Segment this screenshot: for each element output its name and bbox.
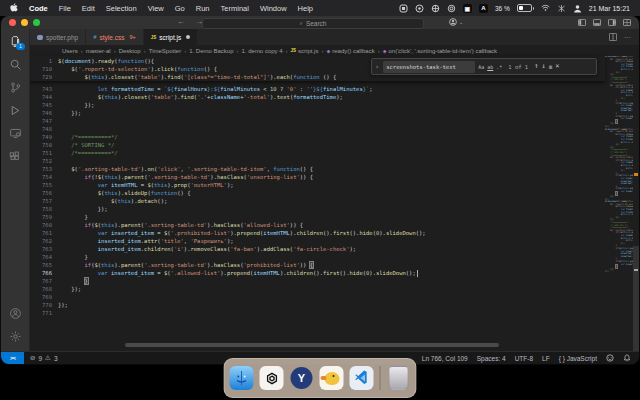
apple-menu-icon[interactable]	[10, 3, 19, 13]
feedback-icon[interactable]	[606, 354, 614, 362]
code-line-770[interactable]: 770});	[30, 301, 599, 309]
toggle-replace-icon[interactable]: ›	[375, 63, 379, 71]
tab-script-js[interactable]: JSscript.js	[144, 29, 199, 45]
extensions-icon[interactable]	[8, 149, 22, 163]
code-line-765[interactable]: 765 if($(this).parent('.sorting-table-td…	[30, 261, 599, 269]
close-window-button[interactable]	[9, 19, 16, 26]
code-line-748[interactable]: 748	[30, 125, 599, 133]
menu-edit[interactable]: Edit	[82, 4, 95, 13]
horizontal-scrollbar[interactable]	[125, 343, 499, 347]
code-line-753[interactable]: 753 $('.sorting-table-td').on('click', '…	[30, 165, 599, 173]
customize-layout-icon[interactable]	[623, 19, 631, 26]
menubar-app-icon-1[interactable]	[399, 4, 408, 13]
match-case-icon[interactable]: Aa	[478, 64, 484, 70]
whole-word-icon[interactable]: ab	[487, 64, 493, 70]
menu-window[interactable]: Window	[260, 4, 287, 13]
code-line-771[interactable]: 771	[30, 309, 599, 317]
code-line-751[interactable]: 751 /*==========*/	[30, 149, 599, 157]
toggle-secondary-sidebar-icon[interactable]	[608, 19, 616, 26]
menubar-app-icon-3[interactable]	[431, 4, 440, 13]
find-in-selection-icon[interactable]: ≡	[549, 63, 553, 70]
trash-dock-icon[interactable]	[389, 366, 409, 390]
code-line-762[interactable]: 762 inserted_item.attr('title', 'Разреши…	[30, 237, 599, 245]
chatgpt-dock-icon[interactable]	[260, 366, 284, 390]
minimap[interactable]: $(document).ready(function(){ $('.report…	[605, 56, 633, 352]
code-line-764[interactable]: 764 }	[30, 253, 599, 261]
encoding-setting[interactable]: UTF-8	[515, 355, 533, 362]
vscode-dock-icon[interactable]	[350, 366, 374, 390]
code-line-759[interactable]: 759 }	[30, 213, 599, 221]
source-control-icon[interactable]	[8, 80, 22, 94]
breadcrumb-item[interactable]: ◈ready() callback	[326, 48, 374, 54]
duck-app-dock-icon[interactable]	[320, 366, 344, 390]
find-next-icon[interactable]: ↓	[541, 63, 545, 70]
code-line-755[interactable]: 755 var itemHTML = $(this).prop('outerHT…	[30, 181, 599, 189]
more-actions-icon[interactable]: ···	[624, 34, 631, 41]
cursor-position[interactable]: Ln 766, Col 109	[422, 355, 468, 362]
remote-indicator[interactable]: ><	[1, 352, 24, 364]
minimize-window-button[interactable]	[21, 19, 28, 26]
remote-explorer-icon[interactable]	[8, 126, 22, 140]
toggle-panel-icon[interactable]	[593, 19, 601, 26]
menubar-clock[interactable]: 21 Mar 15:21	[589, 5, 630, 12]
tab-style-css[interactable]: #style.css9+	[86, 29, 144, 45]
split-editor-icon[interactable]	[609, 33, 617, 41]
menubar-extra-icon[interactable]	[557, 4, 566, 13]
language-mode[interactable]: { } JavaScript	[559, 355, 597, 362]
menu-view[interactable]: View	[148, 4, 164, 13]
menu-run[interactable]: Run	[196, 4, 210, 13]
code-line-743[interactable]: 743 let formattedTime = `${finalHours}:$…	[30, 85, 599, 93]
menubar-app-icon-4[interactable]	[447, 4, 456, 13]
code-line-756[interactable]: 756 $(this).slideUp(function() {	[30, 189, 599, 197]
tab-spotter-php[interactable]: spotter.php	[30, 29, 86, 45]
code-line-769[interactable]: 769	[30, 293, 599, 301]
user-menubar-icon[interactable]	[573, 4, 582, 13]
code-line-757[interactable]: 757 $(this).detach();	[30, 197, 599, 205]
indentation-setting[interactable]: Spaces: 4	[477, 355, 506, 362]
find-input[interactable]	[383, 61, 475, 73]
code-line-767[interactable]: 767 }	[30, 277, 599, 285]
menubar-app-icon-2[interactable]	[415, 4, 424, 13]
maximize-window-button[interactable]	[33, 19, 40, 26]
menu-go[interactable]: Go	[175, 4, 185, 13]
input-source-icon[interactable]: A	[479, 4, 488, 13]
menu-terminal[interactable]: Terminal	[221, 4, 249, 13]
code-line-747[interactable]: 747	[30, 117, 599, 125]
toggle-sidebar-icon[interactable]	[578, 19, 586, 26]
breadcrumb-item[interactable]: 1. Demo Backup	[189, 48, 233, 54]
notifications-bell-icon[interactable]	[623, 354, 631, 362]
code-line-763[interactable]: 763 inserted_item.children('i').removeCl…	[30, 245, 599, 253]
menu-code[interactable]: Code	[29, 4, 48, 13]
menu-selection[interactable]: Selection	[106, 4, 137, 13]
settings-gear-icon[interactable]	[8, 329, 22, 343]
code-line-752[interactable]: 752	[30, 157, 599, 165]
code-line-758[interactable]: 758 });	[30, 205, 599, 213]
breadcrumb-item[interactable]: 1. demo copy 4	[242, 48, 283, 54]
code-line-768[interactable]: 768 });	[30, 285, 599, 293]
find-previous-icon[interactable]: ↑	[534, 63, 538, 70]
code-line-744[interactable]: 744 $(this).closest('table').find('.'+cl…	[30, 93, 599, 101]
breadcrumb-item[interactable]: JSscript.js	[291, 48, 319, 54]
wifi-icon[interactable]	[541, 4, 550, 13]
breadcrumb-item[interactable]: TimeSpotter	[149, 48, 181, 54]
finder-dock-icon[interactable]	[230, 366, 254, 390]
breadcrumb-item[interactable]: master-al	[86, 48, 111, 54]
menu-file[interactable]: File	[59, 4, 71, 13]
account-button[interactable]: ⌄	[449, 18, 463, 26]
breadcrumb-item[interactable]: ◈on('click', '.sorting-table-td-item') c…	[383, 48, 497, 54]
code-line-754[interactable]: 754 if(!$(this).parent('.sorting-table-t…	[30, 173, 599, 181]
command-center-search[interactable]: ⌕ Search	[202, 18, 424, 29]
code-line-750[interactable]: 750 /* SORTING */	[30, 141, 599, 149]
explorer-icon[interactable]: 1	[8, 34, 22, 48]
problems-indicator[interactable]: ⊘9 ⚠3	[30, 354, 58, 362]
breadcrumb-item[interactable]: Users	[62, 48, 78, 54]
menu-help[interactable]: Help	[298, 4, 313, 13]
run-debug-icon[interactable]	[8, 103, 22, 117]
close-find-icon[interactable]: ×	[555, 63, 559, 70]
breadcrumb-item[interactable]: Desktop	[119, 48, 141, 54]
nav-back-icon[interactable]: ←	[177, 17, 185, 26]
code-line-761[interactable]: 761 var inserted_item = $('.prohibited-l…	[30, 229, 599, 237]
accounts-icon[interactable]	[8, 306, 22, 320]
code-editor[interactable]: 742 let finalMinutes = totalMinutes % 60…	[30, 56, 639, 352]
code-line-766[interactable]: 766 var inserted_item = $('.allowed-list…	[30, 269, 599, 277]
